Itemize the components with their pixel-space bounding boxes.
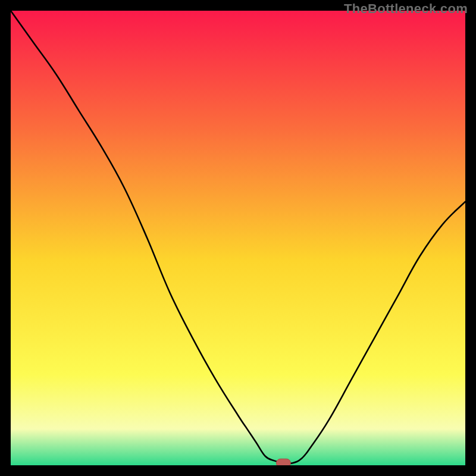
plot-area — [11, 11, 465, 465]
chart-svg — [11, 11, 465, 465]
gradient-background — [11, 11, 465, 465]
optimal-marker — [276, 459, 290, 465]
chart-frame: TheBottleneck.com — [0, 0, 476, 476]
